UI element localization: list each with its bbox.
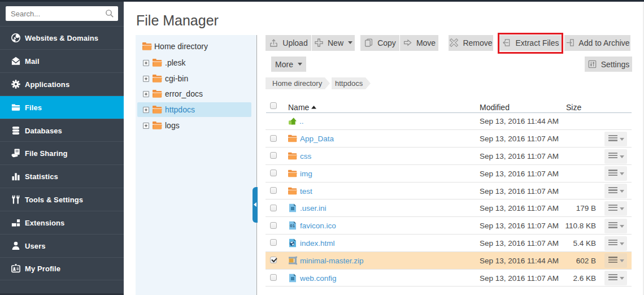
svg-text:01: 01: [290, 223, 295, 228]
